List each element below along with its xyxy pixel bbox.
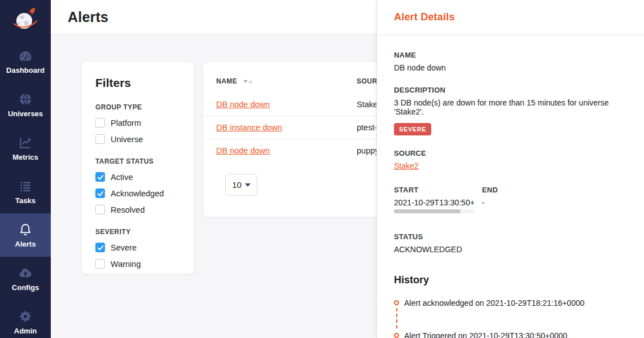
history-item-text: Alert Triggered on 2021-10-29T13:30:50+0… <box>404 331 567 338</box>
checkbox-checked[interactable] <box>95 188 105 198</box>
status-label: STATUS <box>394 232 627 241</box>
sidebar-item-label: Universes <box>8 109 43 118</box>
checkbox-unchecked[interactable] <box>95 205 105 214</box>
sidebar-item-universes[interactable]: Universes <box>0 83 51 126</box>
sidebar-item-tasks[interactable]: Tasks <box>0 170 51 213</box>
filter-option-universe[interactable]: Universe <box>95 134 180 144</box>
filter-group-label-severity: SEVERITY <box>95 228 180 236</box>
sidebar-item-dashboard[interactable]: Dashboard <box>0 39 51 83</box>
page-title: Alerts <box>68 9 108 25</box>
checkbox-checked[interactable] <box>95 243 105 252</box>
checkbox-unchecked[interactable] <box>95 118 105 128</box>
filter-option-label: Active <box>111 173 133 182</box>
filter-option-label: Platform <box>111 118 141 128</box>
history-timeline: Alert acknowledged on 2021-10-29T18:21:1… <box>394 299 627 338</box>
alert-details-header: Alert Details <box>377 0 644 35</box>
filter-option-warning[interactable]: Warning <box>95 259 180 269</box>
severity-badge: SEVERE <box>394 123 431 135</box>
chevron-down-icon <box>245 183 251 187</box>
filter-option-label: Resolved <box>111 205 144 214</box>
sidebar-item-metrics[interactable]: Metrics <box>0 126 51 170</box>
filter-option-severe[interactable]: Severe <box>95 243 180 252</box>
sort-desc-icon <box>243 80 248 83</box>
start-value: 2021-10-29T13:30:50+0000 <box>394 198 474 207</box>
chart-icon <box>18 135 33 150</box>
filter-option-acknowledged[interactable]: Acknowledged <box>95 188 180 198</box>
detail-section-name: NAME DB node down <box>394 51 627 72</box>
filters-panel: Filters GROUP TYPE Platform Universe TAR… <box>82 62 194 274</box>
description-value: 3 DB node(s) are down for more than 15 m… <box>394 98 627 116</box>
sidebar-item-admin[interactable]: Admin <box>0 300 51 338</box>
alert-name-link[interactable]: DB node down <box>216 146 270 155</box>
alert-name-link[interactable]: DB instance down <box>216 123 282 132</box>
sort-asc-icon <box>248 80 253 83</box>
filter-option-label: Severe <box>111 243 137 252</box>
filters-title: Filters <box>95 76 180 90</box>
sidebar-item-label: Admin <box>14 327 37 335</box>
filter-option-label: Universe <box>111 135 143 144</box>
end-label: END <box>482 186 498 194</box>
sidebar-item-alerts[interactable]: Alerts <box>0 213 51 257</box>
end-column: END - <box>482 186 498 213</box>
checkbox-unchecked[interactable] <box>95 134 105 144</box>
source-label: SOURCE <box>394 149 627 157</box>
sidebar-item-label: Configs <box>12 283 39 292</box>
status-value: ACKNOWLEDGED <box>394 245 627 254</box>
end-value: - <box>482 198 498 207</box>
list-icon <box>18 179 33 194</box>
sidebar: Dashboard Universes Metrics Tasks Alert <box>0 0 51 338</box>
alert-details-title: Alert Details <box>394 11 455 23</box>
name-value: DB node down <box>394 63 627 72</box>
sidebar-item-label: Alerts <box>15 240 36 248</box>
history-item: Alert acknowledged on 2021-10-29T18:21:1… <box>394 299 627 308</box>
name-label: NAME <box>394 51 627 59</box>
cloud-upload-icon <box>18 266 33 280</box>
filter-group-label-target-status: TARGET STATUS <box>95 157 180 165</box>
bell-icon <box>18 222 33 237</box>
sort-icons[interactable] <box>243 80 253 83</box>
alert-details-panel: Alert Details NAME DB node down DESCRIPT… <box>376 0 644 338</box>
filter-option-label: Warning <box>111 260 141 269</box>
alert-name-link[interactable]: DB node down <box>216 100 270 109</box>
filter-option-active[interactable]: Active <box>95 172 180 182</box>
alert-details-body: NAME DB node down DESCRIPTION 3 DB node(… <box>377 35 644 338</box>
checkbox-unchecked[interactable] <box>95 259 105 269</box>
filter-option-resolved[interactable]: Resolved <box>95 205 180 214</box>
sidebar-item-label: Dashboard <box>6 66 45 74</box>
scrollbar-thumb[interactable] <box>394 209 461 213</box>
description-label: DESCRIPTION <box>394 86 627 94</box>
planet-rocket-logo-icon <box>11 5 40 34</box>
gear-icon <box>18 309 33 324</box>
source-link[interactable]: Stake2 <box>394 161 419 170</box>
page-size-dropdown[interactable]: 10 <box>225 174 257 196</box>
horizontal-scrollbar[interactable] <box>394 209 474 213</box>
sidebar-item-label: Metrics <box>12 153 38 161</box>
column-header-name[interactable]: NAME <box>216 77 237 85</box>
app-logo[interactable] <box>0 0 51 39</box>
detail-section-status: STATUS ACKNOWLEDGED <box>394 232 627 254</box>
sidebar-item-configs[interactable]: Configs <box>0 257 51 300</box>
start-label: START <box>394 186 482 194</box>
checkbox-checked[interactable] <box>95 172 105 182</box>
page-size-value: 10 <box>232 180 242 190</box>
filter-option-label: Acknowledged <box>111 189 164 198</box>
history-item: Alert Triggered on 2021-10-29T13:30:50+0… <box>394 331 627 338</box>
timeline-dot-icon <box>394 333 399 338</box>
detail-section-source: SOURCE Stake2 <box>394 149 627 171</box>
history-item-text: Alert acknowledged on 2021-10-29T18:21:1… <box>404 299 585 308</box>
gauge-icon <box>18 49 33 63</box>
detail-section-time: START 2021-10-29T13:30:50+0000 END - <box>394 186 627 213</box>
filter-option-platform[interactable]: Platform <box>95 118 180 128</box>
start-column: START 2021-10-29T13:30:50+0000 <box>394 186 482 213</box>
globe-icon <box>18 92 33 107</box>
history-title: History <box>394 274 627 286</box>
timeline-dot-icon <box>394 300 399 305</box>
sidebar-item-label: Tasks <box>15 196 36 205</box>
detail-section-description: DESCRIPTION 3 DB node(s) are down for mo… <box>394 86 627 135</box>
filter-group-label-group-type: GROUP TYPE <box>95 103 180 111</box>
